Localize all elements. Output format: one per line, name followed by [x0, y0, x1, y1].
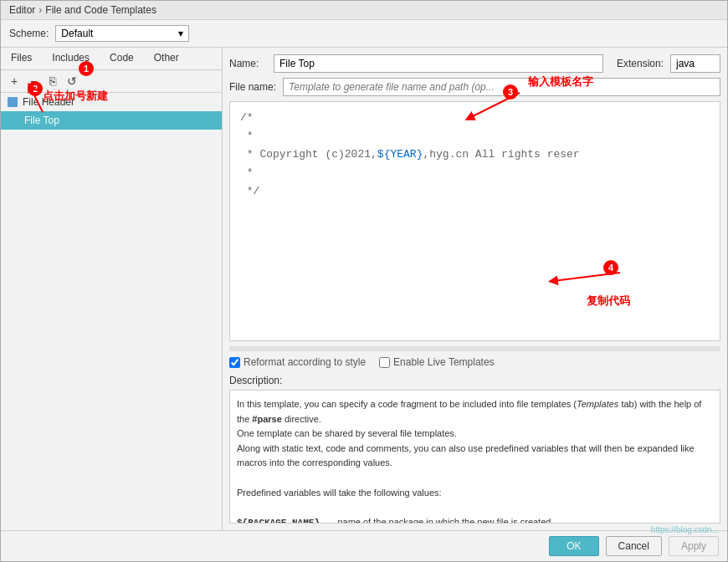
description-section: In this template, you can specify a code… — [229, 390, 720, 524]
live-templates-checkbox[interactable] — [379, 357, 390, 368]
code-line: * — [240, 127, 710, 146]
remove-button[interactable]: − — [25, 73, 42, 89]
scheme-select[interactable]: Default ▾ — [55, 25, 189, 42]
scheme-value: Default — [61, 28, 93, 39]
add-button[interactable]: + — [6, 73, 23, 89]
code-variable: ${YEAR} — [377, 148, 423, 161]
breadcrumb-separator: › — [38, 4, 42, 16]
code-line: /* — [240, 109, 710, 127]
breadcrumb-editor: Editor — [9, 4, 35, 16]
description-title: Description: — [229, 375, 720, 386]
watermark: https://blog.csdn... — [651, 525, 719, 534]
filename-row: File name: — [229, 78, 720, 96]
right-panel: Name: Extension: File name: /* * * Copyr… — [223, 48, 727, 530]
list-item[interactable]: ▶ File Top — [1, 111, 222, 130]
live-templates-checkbox-label[interactable]: Enable Live Templates — [379, 356, 495, 368]
scheme-label: Scheme: — [9, 28, 49, 39]
code-line: * Copyright (c)2021,${YEAR},hyg.cn All r… — [240, 146, 710, 164]
file-toolbar: + − ⎘ ↺ — [1, 70, 222, 93]
options-row: Reformat according to style Enable Live … — [229, 356, 720, 368]
left-panel: Files Includes Code Other + − ⎘ ↺ File H… — [1, 48, 223, 530]
tab-includes[interactable]: Includes — [42, 48, 100, 69]
name-label: Name: — [229, 58, 267, 69]
dialog: Editor › File and Code Templates Scheme:… — [0, 0, 728, 562]
tab-other[interactable]: Other — [144, 48, 189, 69]
name-row: Name: Extension: — [229, 54, 720, 73]
filename-label: File name: — [229, 81, 276, 93]
code-editor[interactable]: /* * * Copyright (c)2021,${YEAR},hyg.cn … — [229, 101, 720, 341]
tab-files[interactable]: Files — [1, 48, 42, 69]
ok-button[interactable]: OK — [549, 536, 598, 556]
apply-button[interactable]: Apply — [669, 536, 719, 556]
tab-code[interactable]: Code — [100, 48, 144, 69]
file-list: File Header ▶ File Top — [1, 93, 222, 530]
main-content: Files Includes Code Other + − ⎘ ↺ File H… — [1, 48, 727, 530]
reset-button[interactable]: ↺ — [64, 73, 80, 89]
reformat-label: Reformat according to style — [244, 356, 366, 368]
reformat-checkbox[interactable] — [229, 357, 240, 368]
file-top-label: File Top — [24, 115, 59, 126]
scheme-bar: Scheme: Default ▾ — [1, 20, 727, 48]
name-input[interactable] — [274, 54, 603, 73]
list-item[interactable]: File Header — [1, 93, 222, 111]
desc-text: In this template, you can specify a code… — [237, 397, 713, 524]
code-line: * — [240, 164, 710, 182]
reformat-checkbox-label[interactable]: Reformat according to style — [229, 356, 366, 368]
breadcrumb: Editor › File and Code Templates — [1, 1, 727, 20]
extension-label: Extension: — [617, 58, 664, 69]
tabs-bar: Files Includes Code Other — [1, 48, 222, 70]
breadcrumb-page: File and Code Templates — [45, 4, 156, 16]
live-templates-label: Enable Live Templates — [393, 356, 495, 368]
scheme-dropdown-icon: ▾ — [178, 28, 183, 39]
file-header-label: File Header — [23, 96, 74, 108]
scrollbar[interactable] — [229, 346, 720, 351]
file-top-icon: ▶ — [8, 115, 19, 126]
extension-input[interactable] — [670, 54, 720, 73]
desc-variable: ${PACKAGE_NAME} — [237, 518, 320, 524]
copy-button[interactable]: ⎘ — [44, 73, 61, 89]
bottom-buttons: OK Cancel Apply — [1, 530, 727, 561]
code-line: */ — [240, 182, 710, 201]
filename-input[interactable] — [283, 78, 720, 96]
file-header-icon — [8, 97, 18, 107]
cancel-button[interactable]: Cancel — [606, 536, 662, 556]
